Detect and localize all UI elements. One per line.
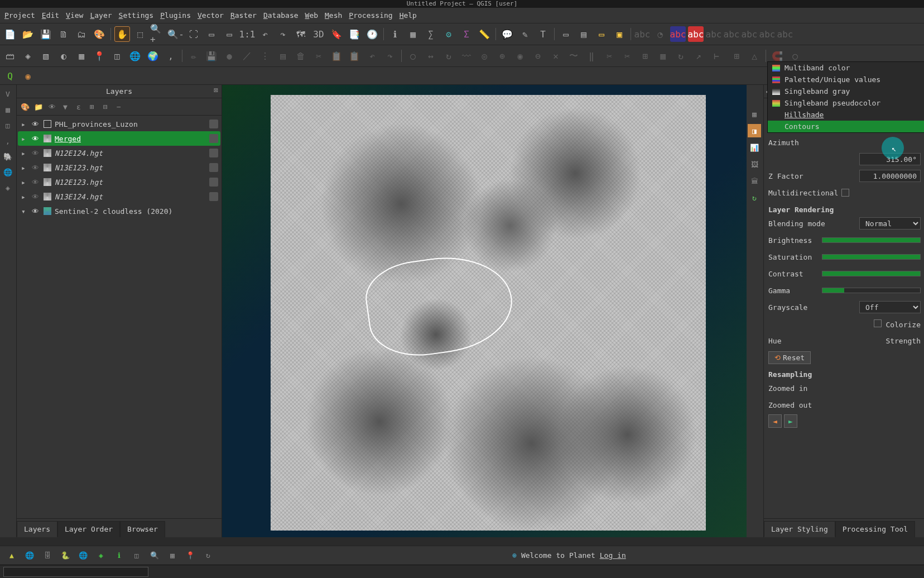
new-3d-view-icon[interactable]: 3D [311, 26, 326, 42]
save-project-icon[interactable]: 💾 [38, 26, 54, 42]
render-contours[interactable]: Contours [768, 121, 924, 132]
globe-icon[interactable]: 🌐 [22, 548, 37, 563]
histogram-tab-icon[interactable]: 📊 [748, 141, 761, 154]
osm-icon[interactable]: ◈ [94, 548, 108, 563]
select-features-icon[interactable]: ▭ [558, 26, 574, 42]
filter-expr-icon[interactable]: ε [73, 101, 85, 113]
select-value-icon[interactable]: ▤ [576, 26, 591, 42]
eye-off-icon[interactable]: 👁 [30, 178, 40, 187]
filter-indicator-icon[interactable] [209, 120, 218, 128]
chevron-right-icon[interactable]: ▸ [20, 135, 27, 143]
render-type-dropdown[interactable]: Multiband color Paletted/Unique values S… [767, 61, 924, 133]
temporal-icon[interactable]: 🕐 [364, 26, 380, 42]
chevron-right-icon[interactable]: ▸ [20, 149, 27, 157]
field-calc-icon[interactable]: ∑ [423, 26, 439, 42]
render-hillshade[interactable]: Hillshade [768, 109, 924, 121]
new-shapefile-icon[interactable]: ▧ [38, 48, 54, 64]
remove-layer-icon[interactable]: − [113, 101, 125, 113]
new-geopackage-icon[interactable]: ◈ [20, 48, 36, 64]
menu-processing[interactable]: Processing [349, 11, 392, 20]
add-group-icon[interactable]: 📁 [32, 101, 45, 113]
menu-layer[interactable]: Layer [90, 11, 112, 20]
render-singleband-pseudo[interactable]: Singleband pseudocolor [768, 97, 924, 109]
pan-to-selection-icon[interactable]: ⬚ [132, 26, 148, 42]
new-gpx-icon[interactable]: 📍 [92, 48, 107, 64]
label-highlight-icon[interactable]: abc [670, 26, 686, 42]
pan-icon[interactable]: ✋ [114, 26, 130, 42]
zfactor-input[interactable] [859, 170, 921, 182]
zoom-last-icon[interactable]: ↶ [257, 26, 273, 42]
text-annotation-icon[interactable]: T [535, 26, 551, 42]
new-mesh-icon[interactable]: ▦ [74, 48, 89, 64]
tab-processing-toolbox[interactable]: Processing Tool [835, 521, 915, 537]
select-all-icon[interactable]: ▣ [612, 26, 627, 42]
identify-icon[interactable]: ℹ [387, 26, 403, 42]
zoom-layer-icon[interactable]: ▭ [222, 26, 237, 42]
render-singleband-gray[interactable]: Singleband gray [768, 85, 924, 97]
new-layout-icon[interactable]: 🗎 [56, 26, 71, 42]
vector-layer-icon[interactable]: V [1, 87, 15, 101]
zoom-selection-icon[interactable]: ▭ [204, 26, 219, 42]
zoom-native-icon[interactable]: 1:1 [239, 26, 255, 42]
eye-icon[interactable]: 👁 [30, 120, 40, 128]
zoom-in-icon[interactable]: 🔍+ [150, 26, 166, 42]
tab-browser[interactable]: Browser [120, 521, 165, 537]
locator-icon[interactable]: ▲ [4, 548, 19, 563]
back-button[interactable]: ◄ [768, 414, 782, 428]
rendering-tab-icon[interactable]: 🖼 [748, 157, 761, 171]
grayscale-select[interactable]: Off [859, 301, 921, 313]
mesh-layer-icon[interactable]: ◫ [1, 118, 15, 132]
eye-off-icon[interactable]: 👁 [30, 149, 40, 157]
temporal-tab-icon[interactable]: 🏛 [748, 174, 761, 188]
menu-vector[interactable]: Vector [198, 11, 224, 20]
eye-icon[interactable]: 👁 [30, 207, 40, 216]
layer-n13e123[interactable]: ▸ 👁 N13E123.hgt [18, 160, 220, 175]
colorize-checkbox[interactable] [874, 319, 882, 327]
menu-view[interactable]: View [66, 11, 83, 20]
menu-web[interactable]: Web [305, 11, 318, 20]
annotation-icon[interactable]: ✎ [517, 26, 533, 42]
forward-button[interactable]: ► [784, 414, 797, 428]
layer-merged[interactable]: ▸ 👁 Merged [18, 131, 220, 146]
new-bookmark-icon[interactable]: 🔖 [329, 26, 344, 42]
zoom-next-icon[interactable]: ↷ [275, 26, 291, 42]
deselect-icon[interactable]: ▭ [594, 26, 609, 42]
info-icon[interactable]: ℹ [112, 548, 126, 563]
layer-tree[interactable]: ▸ 👁 PHL_provinces_Luzon ▸ 👁 Merged ▸ 👁 N… [17, 116, 222, 518]
chevron-down-icon[interactable]: ▾ [20, 207, 27, 216]
chevron-right-icon[interactable]: ▸ [20, 120, 27, 128]
quickosm-icon[interactable]: Q [2, 68, 18, 84]
new-project-icon[interactable]: 📄 [2, 26, 18, 42]
network-icon[interactable]: 🌐 [76, 548, 90, 563]
layer-phl-provinces[interactable]: ▸ 👁 PHL_provinces_Luzon [18, 117, 220, 131]
eye-icon[interactable]: 👁 [30, 135, 40, 143]
filter-legend-icon[interactable]: ▼ [59, 101, 71, 113]
chevron-right-icon[interactable]: ▸ [20, 193, 27, 201]
new-spatialite-icon[interactable]: ◐ [56, 48, 71, 64]
blend-select[interactable]: Normal [859, 217, 921, 230]
layout-manager-icon[interactable]: 🗂 [74, 26, 89, 42]
azimuth-input[interactable] [859, 153, 921, 165]
contrast-slider[interactable] [822, 271, 921, 276]
expand-all-icon[interactable]: ⊞ [86, 101, 98, 113]
layer-indicator-icon[interactable] [209, 149, 218, 157]
layer-n12e124[interactable]: ▸ 👁 N12E124.hgt [18, 146, 220, 160]
new-map-view-icon[interactable]: 🗺 [293, 26, 309, 42]
zoom-out-icon[interactable]: 🔍- [168, 26, 184, 42]
measure-icon[interactable]: 📏 [477, 26, 492, 42]
gamma-slider[interactable] [822, 288, 921, 293]
attr-table-icon[interactable]: ▦ [405, 26, 421, 42]
chevron-right-icon[interactable]: ▸ [20, 164, 27, 172]
zoom-full-icon[interactable]: ⛶ [186, 26, 201, 42]
map-canvas[interactable] [222, 85, 747, 537]
layer-n12e123[interactable]: ▸ 👁 N12E123.hgt [18, 175, 220, 189]
multidir-checkbox[interactable] [841, 189, 849, 197]
postgis-layer-icon[interactable]: 🐘 [1, 150, 15, 163]
render-multiband[interactable]: Multiband color [768, 62, 924, 74]
stats-icon[interactable]: Σ [459, 26, 474, 42]
layer-indicator-icon[interactable] [209, 192, 218, 201]
history-tab-icon[interactable]: ↻ [748, 191, 761, 204]
window-icon[interactable]: ◫ [129, 548, 144, 563]
transparency-tab-icon[interactable]: ◨ [748, 124, 761, 137]
close-icon[interactable]: ⊠ [214, 86, 218, 94]
